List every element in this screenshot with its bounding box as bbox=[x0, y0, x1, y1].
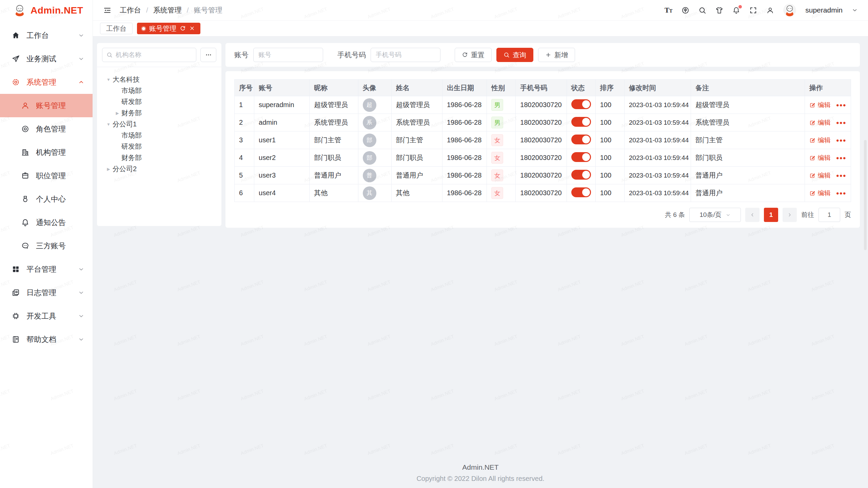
row-avatar: 其 bbox=[363, 186, 376, 200]
status-toggle[interactable] bbox=[571, 135, 591, 144]
tab-refresh-icon[interactable] bbox=[180, 25, 186, 32]
chip-icon bbox=[12, 312, 20, 320]
cell-seq: 6 bbox=[235, 184, 254, 202]
language-icon[interactable] bbox=[682, 6, 689, 14]
sidebar-item-工作台[interactable]: 工作台 bbox=[0, 24, 93, 47]
tree-node-label: 分公司1 bbox=[113, 120, 137, 129]
edit-button[interactable]: 编辑 bbox=[809, 171, 831, 180]
column-header-出生日期: 出生日期 bbox=[442, 80, 487, 96]
edit-button[interactable]: 编辑 bbox=[809, 136, 831, 145]
total-count: 共 6 条 bbox=[665, 210, 685, 219]
tree-node-分公司1[interactable]: ▼分公司1 bbox=[101, 119, 217, 130]
grid-icon bbox=[12, 265, 20, 273]
tree-node-市场部[interactable]: 市场部 bbox=[101, 130, 217, 141]
breadcrumb-item[interactable]: 工作台 bbox=[120, 5, 141, 15]
sidebar-item-职位管理[interactable]: 职位管理 bbox=[0, 164, 93, 187]
sidebar-item-账号管理[interactable]: 账号管理 bbox=[0, 94, 93, 117]
fullscreen-icon[interactable] bbox=[749, 6, 757, 14]
account-table-card: 序号账号昵称头像姓名出生日期性别手机号码状态排序修改时间备注操作 1supera… bbox=[225, 71, 860, 228]
username[interactable]: superadmin bbox=[805, 6, 843, 14]
font-size-icon[interactable]: TT bbox=[665, 6, 672, 15]
edit-icon bbox=[809, 172, 815, 179]
phone-filter-label: 手机号码 bbox=[337, 50, 366, 60]
status-toggle[interactable] bbox=[571, 187, 591, 197]
edit-button[interactable]: 编辑 bbox=[809, 189, 831, 198]
tree-node-研发部[interactable]: 研发部 bbox=[101, 141, 217, 152]
sidebar-item-机构管理[interactable]: 机构管理 bbox=[0, 141, 93, 164]
sidebar-item-业务测试[interactable]: 业务测试 bbox=[0, 47, 93, 70]
tree-caret-icon[interactable]: ▼ bbox=[104, 122, 113, 127]
status-toggle[interactable] bbox=[571, 152, 591, 162]
tree-caret-icon[interactable]: ▶ bbox=[104, 167, 113, 171]
breadcrumb-item[interactable]: 系统管理 bbox=[153, 5, 182, 15]
status-toggle[interactable] bbox=[571, 117, 591, 127]
row-more-button[interactable]: ●●● bbox=[836, 120, 846, 125]
tree-caret-icon[interactable]: ▼ bbox=[104, 77, 113, 82]
row-more-button[interactable]: ●●● bbox=[836, 190, 846, 196]
bell-icon[interactable] bbox=[732, 6, 740, 14]
cell-phone: 18020030720 bbox=[516, 167, 567, 184]
active-tab-dot-icon bbox=[142, 27, 145, 30]
sidebar-item-开发工具[interactable]: 开发工具 bbox=[0, 304, 93, 328]
sidebar-item-平台管理[interactable]: 平台管理 bbox=[0, 258, 93, 281]
chevron-down-icon bbox=[78, 32, 84, 39]
tree-node-分公司2[interactable]: ▶分公司2 bbox=[101, 163, 217, 175]
edit-button[interactable]: 编辑 bbox=[809, 154, 831, 162]
phone-filter-input[interactable] bbox=[371, 48, 440, 62]
person-icon[interactable] bbox=[766, 6, 774, 14]
tree-node-大名科技[interactable]: ▼大名科技 bbox=[101, 74, 217, 85]
cell-name: 其他 bbox=[391, 184, 442, 202]
tab-account-management[interactable]: 账号管理 bbox=[137, 23, 200, 34]
user-icon bbox=[21, 101, 29, 110]
row-more-button[interactable]: ●●● bbox=[836, 102, 846, 108]
cell-nickname: 其他 bbox=[310, 184, 358, 202]
tree-node-财务部[interactable]: ▶财务部 bbox=[101, 107, 217, 119]
sidebar-item-角色管理[interactable]: 角色管理 bbox=[0, 117, 93, 141]
sidebar-item-三方账号[interactable]: 三方账号 bbox=[0, 234, 93, 258]
notice-icon bbox=[21, 218, 29, 227]
page-size-select[interactable]: 10条/页 bbox=[689, 208, 741, 222]
tree-node-市场部[interactable]: 市场部 bbox=[101, 85, 217, 96]
add-button[interactable]: 新增 bbox=[538, 48, 575, 62]
sidebar-item-日志管理[interactable]: 日志管理 bbox=[0, 281, 93, 304]
menu-fold-icon[interactable] bbox=[103, 6, 112, 15]
goto-page-input[interactable] bbox=[818, 208, 840, 222]
edit-button[interactable]: 编辑 bbox=[809, 101, 831, 109]
column-header-手机号码: 手机号码 bbox=[516, 80, 567, 96]
prev-page-button[interactable] bbox=[745, 208, 760, 222]
sidebar-item-个人中心[interactable]: 个人中心 bbox=[0, 187, 93, 211]
sidebar-item-系统管理[interactable]: 系统管理 bbox=[0, 70, 93, 94]
sidebar-item-帮助文档[interactable]: 帮助文档 bbox=[0, 328, 93, 351]
page-number-current[interactable]: 1 bbox=[764, 208, 778, 222]
tree-node-研发部[interactable]: 研发部 bbox=[101, 96, 217, 107]
page-footer: Admin.NET Copyright © 2022 Dilon All rig… bbox=[93, 463, 868, 483]
status-toggle[interactable] bbox=[571, 170, 591, 180]
edit-button[interactable]: 编辑 bbox=[809, 118, 831, 127]
sidebar-item-通知公告[interactable]: 通知公告 bbox=[0, 211, 93, 234]
row-more-button[interactable]: ●●● bbox=[836, 155, 846, 161]
account-filter-input[interactable] bbox=[253, 48, 323, 62]
org-more-button[interactable] bbox=[200, 48, 216, 62]
query-button[interactable]: 查询 bbox=[496, 48, 533, 62]
tree-caret-icon[interactable]: ▶ bbox=[113, 111, 121, 116]
sidebar-item-label: 三方账号 bbox=[36, 241, 84, 251]
row-more-button[interactable]: ●●● bbox=[836, 137, 846, 143]
table-header-row: 序号账号昵称头像姓名出生日期性别手机号码状态排序修改时间备注操作 bbox=[235, 80, 851, 96]
tab-close-icon[interactable] bbox=[189, 25, 195, 32]
row-more-button[interactable]: ●●● bbox=[836, 172, 846, 178]
scrollbar[interactable] bbox=[864, 140, 867, 250]
theme-icon[interactable] bbox=[715, 6, 723, 14]
reset-button[interactable]: 重置 bbox=[455, 48, 492, 62]
status-toggle[interactable] bbox=[571, 99, 591, 109]
cell-phone: 18020030720 bbox=[516, 149, 567, 167]
sidebar-item-label: 机构管理 bbox=[36, 147, 84, 158]
next-page-button[interactable] bbox=[783, 208, 797, 222]
tab-workbench[interactable]: 工作台 bbox=[100, 23, 133, 34]
org-search-input[interactable] bbox=[116, 51, 192, 59]
chevron-down-icon bbox=[78, 289, 84, 296]
tree-node-财务部[interactable]: 财务部 bbox=[101, 152, 217, 163]
log-icon bbox=[12, 288, 20, 297]
user-avatar[interactable] bbox=[783, 4, 796, 17]
search-icon[interactable] bbox=[698, 6, 706, 14]
chevron-down-icon[interactable] bbox=[852, 7, 858, 13]
